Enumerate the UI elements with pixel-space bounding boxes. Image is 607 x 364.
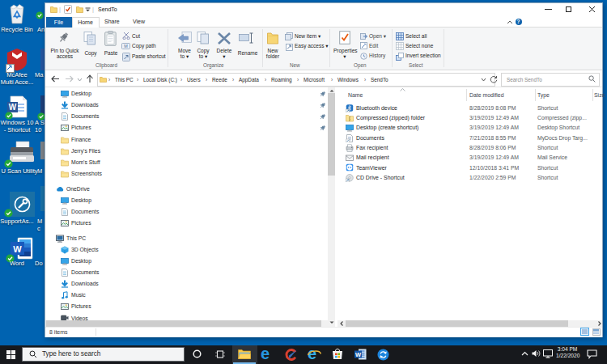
svg-text:W: W <box>13 244 22 254</box>
svg-text:W: W <box>9 103 17 112</box>
svg-text:W: W <box>355 351 362 358</box>
svg-text:M: M <box>124 44 128 49</box>
